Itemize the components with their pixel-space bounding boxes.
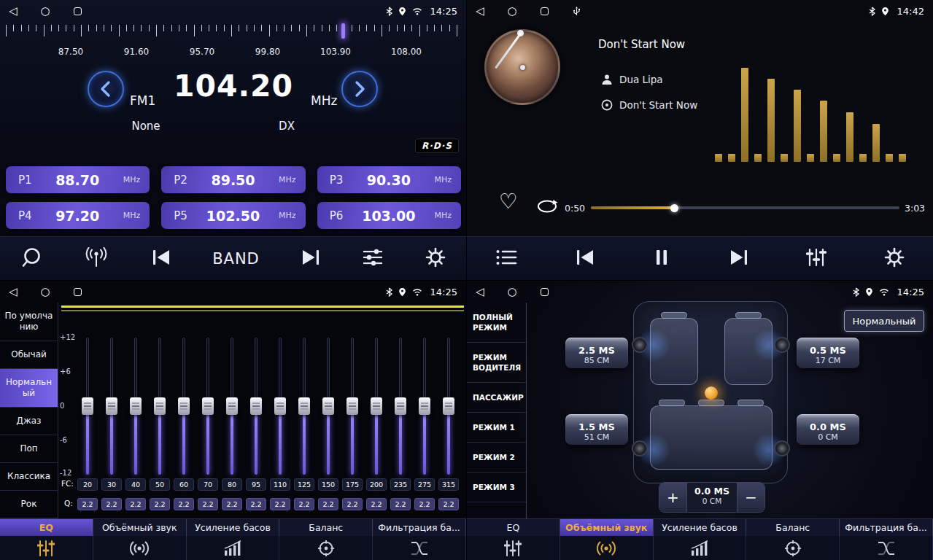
- eq-preset-item[interactable]: Джаз: [0, 408, 58, 435]
- tab-filter[interactable]: Фильтрация ба...: [840, 519, 933, 536]
- eq-preset-item[interactable]: Рок: [0, 491, 58, 518]
- nav-recents-icon[interactable]: [74, 7, 82, 15]
- tune-down-button[interactable]: [88, 71, 124, 107]
- eq-band-knob[interactable]: [178, 397, 190, 415]
- balance-icon[interactable]: [279, 536, 373, 560]
- progress-bar[interactable]: [591, 206, 899, 209]
- eq-preset-item[interactable]: Нормальный: [0, 369, 58, 408]
- playlist-button[interactable]: [495, 249, 517, 268]
- prev-track-button[interactable]: [575, 249, 595, 268]
- front-left-delay-button[interactable]: 2.5 MS 85 CM: [565, 338, 628, 368]
- eq-preset-item[interactable]: Поп: [0, 435, 58, 463]
- tab-surround[interactable]: Объёмный звук: [93, 519, 187, 536]
- eq-band-knob[interactable]: [226, 397, 238, 415]
- broadcast-button[interactable]: [83, 247, 109, 270]
- surround-sound-icon[interactable]: [93, 536, 187, 560]
- tab-bass-boost[interactable]: Усиление басов: [187, 519, 280, 536]
- eq-band-knob[interactable]: [274, 397, 286, 415]
- next-track-button[interactable]: [729, 249, 749, 268]
- settings-button[interactable]: [425, 247, 446, 270]
- pause-button[interactable]: [652, 248, 671, 269]
- surround-sound-icon[interactable]: [560, 536, 654, 560]
- tune-up-button[interactable]: [341, 71, 378, 107]
- eq-band-knob[interactable]: [419, 397, 430, 415]
- front-left-speaker-icon[interactable]: [632, 337, 648, 353]
- frequency-ruler[interactable]: [6, 25, 461, 42]
- eq-preset-item[interactable]: По умолчанию: [0, 303, 58, 341]
- tab-eq[interactable]: EQ: [467, 519, 560, 536]
- scan-button[interactable]: [20, 246, 42, 271]
- nav-recents-icon[interactable]: [541, 7, 549, 15]
- stage-mode-item[interactable]: ПОЛНЫЙ РЕЖИМ: [467, 303, 526, 343]
- eq-band-knob[interactable]: [250, 397, 262, 415]
- audio-adjust-button[interactable]: [806, 248, 826, 269]
- eq-band-knob[interactable]: [130, 397, 142, 415]
- eq-sliders-icon[interactable]: [467, 536, 560, 560]
- eq-band-knob[interactable]: [154, 397, 166, 415]
- eq-band-knob[interactable]: [106, 397, 117, 415]
- nav-recents-icon[interactable]: [541, 288, 549, 296]
- settings-button[interactable]: [884, 247, 905, 270]
- nav-back-icon[interactable]: ◁: [476, 287, 484, 298]
- rear-left-speaker-icon[interactable]: [632, 440, 648, 456]
- prev-station-button[interactable]: [151, 249, 171, 268]
- repeat-button[interactable]: [535, 198, 559, 217]
- eq-preset-item[interactable]: Классика: [0, 463, 58, 491]
- next-station-button[interactable]: [301, 249, 321, 268]
- eq-band-knob[interactable]: [395, 397, 406, 415]
- nav-recents-icon[interactable]: [74, 288, 82, 296]
- stage-mode-item[interactable]: РЕЖИМ 1: [467, 413, 526, 443]
- rear-right-speaker-icon[interactable]: [774, 440, 790, 456]
- delay-increase-button[interactable]: +: [659, 483, 687, 512]
- favorite-button[interactable]: ♡: [499, 191, 518, 212]
- radio-preset-p2[interactable]: P289.50MHz: [161, 166, 305, 193]
- radio-preset-p3[interactable]: P390.30MHz: [317, 166, 461, 193]
- eq-band-knob[interactable]: [322, 397, 334, 415]
- bass-boost-icon[interactable]: [187, 536, 280, 560]
- radio-preset-p5[interactable]: P5102.50MHz: [161, 202, 305, 229]
- rear-left-delay-button[interactable]: 1.5 MS 51 CM: [565, 414, 628, 445]
- progress-handle[interactable]: [670, 204, 678, 212]
- nav-back-icon[interactable]: ◁: [9, 287, 18, 298]
- tab-filter[interactable]: Фильтрация ба...: [373, 519, 466, 536]
- front-right-speaker-icon[interactable]: [774, 337, 790, 353]
- eq-band-knob[interactable]: [298, 397, 310, 415]
- rear-right-delay-button[interactable]: 0.0 MS 0 CM: [797, 414, 859, 445]
- eq-band-knob[interactable]: [443, 397, 454, 415]
- tab-balance[interactable]: Баланс: [746, 519, 840, 536]
- tab-balance[interactable]: Баланс: [279, 519, 373, 536]
- radio-preset-p4[interactable]: P497.20MHz: [6, 202, 150, 229]
- crossover-filter-icon[interactable]: [373, 536, 466, 560]
- stage-mode-item[interactable]: ПАССАЖИР: [467, 383, 526, 413]
- stage-mode-item[interactable]: РЕЖИМ 3: [467, 472, 526, 502]
- listening-position-marker[interactable]: [705, 386, 718, 400]
- stage-mode-item[interactable]: РЕЖИМ ВОДИТЕЛЯ: [467, 343, 526, 383]
- nav-home-icon[interactable]: ○: [41, 6, 50, 17]
- nav-home-icon[interactable]: ○: [508, 6, 517, 17]
- nav-home-icon[interactable]: ○: [41, 287, 50, 298]
- band-button[interactable]: BAND: [212, 250, 260, 268]
- radio-preset-p1[interactable]: P188.70MHz: [6, 166, 150, 193]
- eq-preset-item[interactable]: Обычай: [0, 341, 58, 369]
- stage-preset-button[interactable]: Нормальный: [844, 310, 924, 332]
- eq-band-knob[interactable]: [347, 397, 358, 415]
- bass-boost-icon[interactable]: [654, 536, 747, 560]
- tab-eq[interactable]: EQ: [0, 519, 93, 536]
- stage-mode-item[interactable]: РЕЖИМ 2: [467, 443, 526, 472]
- front-right-delay-button[interactable]: 0.5 MS 17 CM: [797, 338, 859, 368]
- nav-home-icon[interactable]: ○: [508, 287, 517, 298]
- radio-preset-p6[interactable]: P6103.00MHz: [317, 202, 461, 229]
- eq-sliders-icon[interactable]: [0, 536, 93, 560]
- eq-band-knob[interactable]: [82, 397, 93, 415]
- audio-adjust-button[interactable]: [362, 249, 384, 268]
- nav-back-icon[interactable]: ◁: [9, 6, 18, 17]
- album-art[interactable]: [484, 29, 560, 105]
- balance-icon[interactable]: [746, 536, 840, 560]
- tab-surround[interactable]: Объёмный звук: [560, 519, 654, 536]
- nav-back-icon[interactable]: ◁: [476, 6, 484, 17]
- eq-band-knob[interactable]: [202, 397, 214, 415]
- eq-band-knob[interactable]: [371, 397, 382, 415]
- delay-decrease-button[interactable]: −: [737, 483, 764, 512]
- tab-bass-boost[interactable]: Усиление басов: [654, 519, 747, 536]
- crossover-filter-icon[interactable]: [840, 536, 933, 560]
